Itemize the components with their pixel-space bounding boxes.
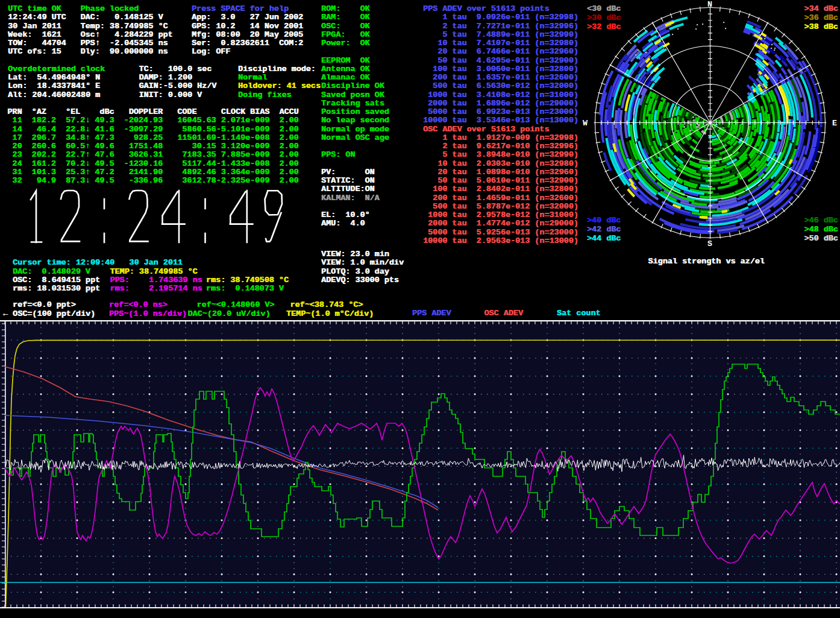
svg-text:N: N [707, 0, 712, 9]
svg-text:W: W [583, 119, 588, 128]
svg-text:S: S [707, 239, 712, 248]
svg-text:E: E [832, 119, 837, 128]
